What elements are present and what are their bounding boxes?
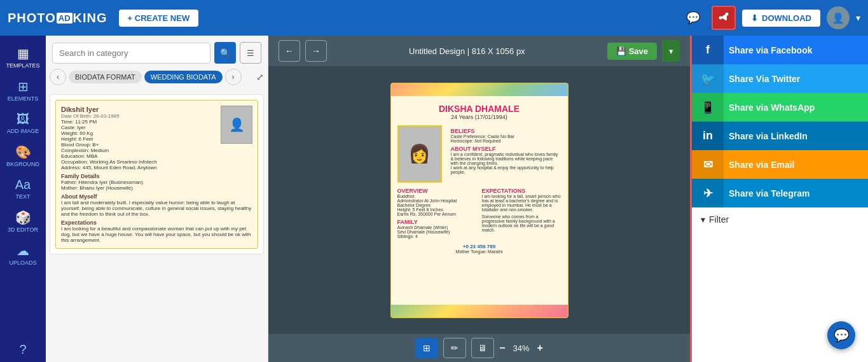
- canvas-wrapper: DIKSHA DHAMALE 24 Years (17/01/1994) 👩 B…: [380, 66, 579, 334]
- add-image-icon: 🖼: [17, 112, 29, 127]
- share-linkedin-label: Share via LinkedIn: [724, 131, 868, 141]
- logo-king: KING: [73, 11, 107, 25]
- header: PHOTO AD KING + CREATE NEW 💬 ⬇ DOWNLOAD …: [0, 0, 868, 36]
- panel-content: 👤 Dikshit Iyer Date Of Birth: 26-03-1985…: [46, 90, 268, 362]
- save-dropdown-button[interactable]: ▾: [662, 40, 680, 62]
- linkedin-icon: in: [692, 122, 724, 150]
- sidebar-item-label: TEMPLATES: [6, 62, 40, 69]
- share-telegram-label: Share via Telegram: [724, 188, 868, 198]
- share-facebook-label: Share via Facebook: [724, 45, 868, 55]
- canvas-area: ← → Untitled Design | 816 X 1056 px 💾 Sa…: [268, 36, 690, 362]
- search-button[interactable]: 🔍: [214, 42, 236, 64]
- tab-wedding-biodata[interactable]: WEDDING BIODATA: [144, 71, 223, 83]
- user-avatar[interactable]: 👤: [827, 6, 850, 29]
- sidebar-item-label: BKGROUND: [6, 161, 39, 167]
- sidebar-item-help[interactable]: ?: [0, 337, 46, 362]
- design-photo: 👩: [397, 125, 442, 183]
- create-new-button[interactable]: + CREATE NEW: [119, 10, 199, 27]
- save-button[interactable]: 💾 Save: [607, 43, 657, 60]
- help-icon: ?: [19, 342, 26, 357]
- panel-search-row: 🔍 ☰: [46, 36, 268, 64]
- sidebar-item-uploads[interactable]: ☁ UPLOADS: [0, 238, 46, 271]
- template-preview: 👤 Dikshit Iyer Date Of Birth: 26-03-1985…: [55, 100, 258, 249]
- sidebar-item-label: UPLOADS: [9, 260, 36, 266]
- list-view-button[interactable]: ☰: [240, 42, 261, 64]
- share-facebook-button[interactable]: f Share via Facebook: [692, 36, 868, 64]
- sidebar-item-add-image[interactable]: 🖼 ADD IMAGE: [0, 107, 46, 139]
- sidebar-item-elements[interactable]: ⊞ ELEMENTS: [0, 74, 46, 107]
- text-icon: Aa: [15, 178, 31, 192]
- share-telegram-button[interactable]: ✈ Share via Telegram: [692, 179, 868, 207]
- telegram-icon: ✈: [692, 179, 724, 207]
- list-item[interactable]: 👤 Dikshit Iyer Date Of Birth: 26-03-1985…: [50, 94, 264, 254]
- filter-section[interactable]: ▾ Filter: [692, 207, 868, 231]
- sidebar-item-label: ELEMENTS: [8, 95, 39, 102]
- ornament-top: [391, 83, 568, 96]
- elements-icon: ⊞: [18, 79, 29, 94]
- filter-chevron-icon: ▾: [701, 214, 705, 225]
- main-body: ▦ TEMPLATES ⊞ ELEMENTS 🖼 ADD IMAGE 🎨 BKG…: [0, 36, 868, 362]
- share-twitter-button[interactable]: 🐦 Share Via Twitter: [692, 64, 868, 93]
- zoom-out-button[interactable]: −: [499, 342, 505, 354]
- download-button[interactable]: ⬇ DOWNLOAD: [742, 10, 820, 27]
- share-email-button[interactable]: ✉ Share via Email: [692, 150, 868, 179]
- sidebar-item-background[interactable]: 🎨 BKGROUND: [0, 139, 46, 172]
- undo-button[interactable]: ←: [279, 40, 300, 62]
- fullscreen-button[interactable]: 🖥: [471, 338, 494, 358]
- background-icon: 🎨: [15, 144, 31, 160]
- sidebar-item-label: 3D EDITOR: [8, 226, 38, 233]
- share-whatsapp-button[interactable]: 📱 Share via WhatsApp: [692, 93, 868, 122]
- tabs-right-arrow[interactable]: ›: [225, 69, 242, 85]
- sidebar-item-text[interactable]: Aa TEXT: [0, 172, 46, 205]
- design-phone: +0 23 456 789: [397, 244, 561, 249]
- design-age: 24 Years (17/01/1994): [451, 114, 507, 120]
- logo-ad: AD: [57, 13, 72, 24]
- design-canvas[interactable]: DIKSHA DHAMALE 24 Years (17/01/1994) 👩 B…: [390, 83, 568, 318]
- chat-header-button[interactable]: 💬: [681, 6, 705, 30]
- design-name: DIKSHA DHAMALE: [439, 104, 520, 114]
- share-email-label: Share via Email: [724, 160, 868, 170]
- search-input[interactable]: [52, 43, 210, 64]
- zoom-level: 34%: [510, 344, 532, 353]
- filter-label: Filter: [709, 214, 729, 225]
- share-twitter-label: Share Via Twitter: [724, 74, 868, 84]
- twitter-icon: 🐦: [692, 64, 724, 93]
- sidebar-item-templates[interactable]: ▦ TEMPLATES: [0, 41, 46, 74]
- templates-icon: ▦: [17, 46, 29, 61]
- tab-biodata-format[interactable]: BIODATA FORMAT: [69, 71, 142, 83]
- share-whatsapp-label: Share via WhatsApp: [724, 102, 868, 113]
- draw-tool-button[interactable]: ✏: [443, 338, 466, 358]
- redo-button[interactable]: →: [305, 40, 327, 62]
- grid-view-button[interactable]: ⊞: [415, 338, 438, 358]
- 3d-editor-icon: 🎲: [15, 210, 31, 225]
- design-language: Mother Tongue: Marathi: [397, 249, 561, 254]
- panel-expand-button[interactable]: ⤢: [256, 72, 264, 82]
- whatsapp-icon: 📱: [692, 93, 724, 122]
- share-header-button[interactable]: [712, 6, 736, 30]
- ornament-bottom: [391, 305, 568, 317]
- left-sidebar: ▦ TEMPLATES ⊞ ELEMENTS 🖼 ADD IMAGE 🎨 BKG…: [0, 36, 46, 362]
- logo-photo: PHOTO: [8, 11, 56, 25]
- facebook-icon: f: [692, 36, 724, 64]
- sidebar-item-label: ADD IMAGE: [7, 128, 39, 134]
- template-panel: 🔍 ☰ ‹ BIODATA FORMAT WEDDING BIODATA › ⤢…: [46, 36, 268, 362]
- uploads-icon: ☁: [17, 243, 29, 258]
- panel-tabs-row: ‹ BIODATA FORMAT WEDDING BIODATA › ⤢: [46, 64, 268, 90]
- share-panel: f Share via Facebook 🐦 Share Via Twitter…: [690, 36, 868, 362]
- tabs-left-arrow[interactable]: ‹: [50, 69, 66, 85]
- canvas-bottom-bar: ⊞ ✏ 🖥 − 34% +: [268, 334, 690, 362]
- sidebar-item-3d-editor[interactable]: 🎲 3D EDITOR: [0, 205, 46, 238]
- zoom-in-button[interactable]: +: [537, 342, 543, 354]
- user-menu-chevron[interactable]: ▾: [856, 13, 860, 23]
- logo: PHOTO AD KING: [8, 11, 107, 25]
- beliefs-title: BELIEFS: [451, 128, 561, 134]
- email-icon: ✉: [692, 150, 724, 179]
- canvas-toolbar: ← → Untitled Design | 816 X 1056 px 💾 Sa…: [268, 36, 690, 66]
- sidebar-item-label: TEXT: [15, 193, 30, 200]
- canvas-title: Untitled Design | 816 X 1056 px: [332, 46, 602, 56]
- share-linkedin-button[interactable]: in Share via LinkedIn: [692, 122, 868, 150]
- chat-button[interactable]: 💬: [827, 321, 855, 349]
